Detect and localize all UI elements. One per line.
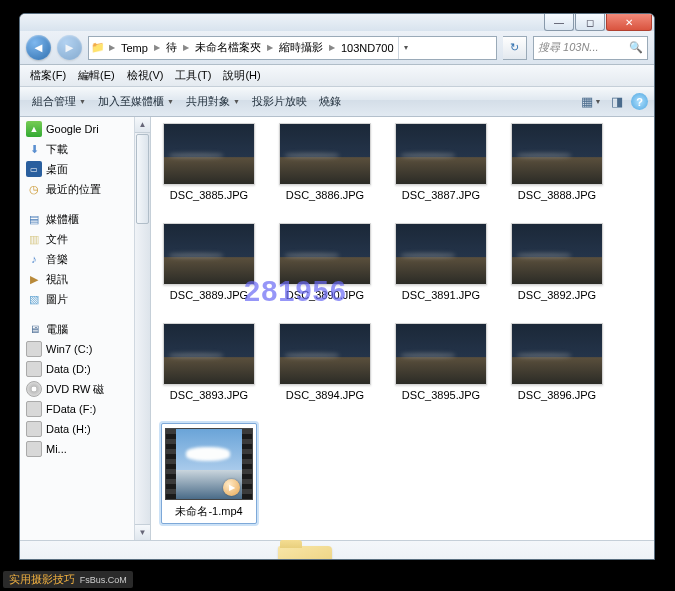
image-thumbnail — [511, 323, 603, 385]
badge-sub: FsBus.CoM — [80, 575, 127, 585]
sidebar-item-drive-last[interactable]: Mi... — [20, 439, 134, 459]
image-thumbnail — [163, 323, 255, 385]
library-icon: ▤ — [26, 211, 42, 227]
sidebar-item-drive-d[interactable]: Data (D:) — [20, 359, 134, 379]
sidebar-item-drive-f[interactable]: FData (F:) — [20, 399, 134, 419]
sidebar-item-drive-dvd[interactable]: DVD RW 磁 — [20, 379, 134, 399]
file-name: DSC_3893.JPG — [170, 389, 248, 401]
file-name: DSC_3896.JPG — [518, 389, 596, 401]
breadcrumb[interactable]: 未命名檔案夾 — [191, 37, 265, 59]
close-button[interactable]: ✕ — [606, 14, 652, 31]
search-input[interactable]: 搜尋 103N... 🔍 — [533, 36, 648, 60]
sidebar-item-recent[interactable]: ◷最近的位置 — [20, 179, 134, 199]
video-icon: ▶ — [26, 271, 42, 287]
image-thumbnail — [163, 123, 255, 185]
sidebar-group-computer[interactable]: 🖥電腦 — [20, 319, 134, 339]
scroll-down-icon[interactable]: ▼ — [135, 524, 150, 540]
sidebar-item-music[interactable]: ♪音樂 — [20, 249, 134, 269]
file-item[interactable]: DSC_3892.JPG — [509, 223, 605, 301]
sidebar: ▲Google Dri ⬇下載 ▭桌面 ◷最近的位置 ▤媒體櫃 ▥文件 ♪音樂 … — [20, 117, 135, 540]
sidebar-item-desktop[interactable]: ▭桌面 — [20, 159, 134, 179]
chevron-right-icon: ▶ — [181, 43, 191, 52]
chevron-down-icon: ▼ — [79, 98, 86, 105]
organize-button[interactable]: 組合管理▼ — [26, 91, 92, 112]
file-grid: DSC_3885.JPG DSC_3886.JPG DSC_3887.JPG D… — [151, 117, 654, 540]
breadcrumb[interactable]: 103ND700 — [337, 37, 398, 59]
menu-help[interactable]: 說明(H) — [217, 66, 266, 85]
file-item[interactable]: DSC_3894.JPG — [277, 323, 373, 401]
file-name: DSC_3885.JPG — [170, 189, 248, 201]
chevron-down-icon: ▼ — [167, 98, 174, 105]
scroll-up-icon[interactable]: ▲ — [135, 117, 150, 133]
picture-icon: ▧ — [26, 291, 42, 307]
preview-pane-button[interactable]: ◨ — [605, 91, 629, 113]
sidebar-item-drive-c[interactable]: Win7 (C:) — [20, 339, 134, 359]
address-dropdown[interactable]: ▾ — [398, 37, 414, 59]
file-item[interactable]: DSC_3886.JPG — [277, 123, 373, 201]
burn-button[interactable]: 燒錄 — [313, 91, 347, 112]
help-button[interactable]: ? — [631, 93, 648, 110]
view-options-button[interactable]: ▦▼ — [579, 91, 603, 113]
file-item[interactable]: DSC_3895.JPG — [393, 323, 489, 401]
menubar: 檔案(F) 編輯(E) 檢視(V) 工具(T) 說明(H) — [20, 65, 654, 87]
address-bar[interactable]: 📁 ▶ Temp ▶ 待 ▶ 未命名檔案夾 ▶ 縮時攝影 ▶ 103ND700 … — [88, 36, 497, 60]
file-item[interactable]: DSC_3889.JPG — [161, 223, 257, 301]
status-bar: 137 個項目 — [20, 540, 654, 560]
navbar: ◄ ► 📁 ▶ Temp ▶ 待 ▶ 未命名檔案夾 ▶ 縮時攝影 ▶ 103ND… — [20, 31, 654, 65]
source-badge: 实用摄影技巧 FsBus.CoM — [3, 571, 133, 588]
file-item[interactable]: DSC_3885.JPG — [161, 123, 257, 201]
search-icon: 🔍 — [629, 41, 643, 54]
breadcrumb[interactable]: 待 — [162, 37, 181, 59]
file-item-selected[interactable]: ▶ 未命名-1.mp4 — [161, 423, 257, 524]
file-name: DSC_3892.JPG — [518, 289, 596, 301]
file-name: DSC_3894.JPG — [286, 389, 364, 401]
sidebar-item-documents[interactable]: ▥文件 — [20, 229, 134, 249]
file-name: DSC_3889.JPG — [170, 289, 248, 301]
computer-icon: 🖥 — [26, 321, 42, 337]
file-name: DSC_3895.JPG — [402, 389, 480, 401]
refresh-button[interactable]: ↻ — [503, 36, 527, 60]
chevron-right-icon: ▶ — [265, 43, 275, 52]
slideshow-button[interactable]: 投影片放映 — [246, 91, 313, 112]
file-name: DSC_3891.JPG — [402, 289, 480, 301]
image-thumbnail — [279, 323, 371, 385]
file-item[interactable]: DSC_3888.JPG — [509, 123, 605, 201]
share-button[interactable]: 共用對象▼ — [180, 91, 246, 112]
play-icon: ▶ — [223, 479, 240, 496]
minimize-button[interactable]: — — [544, 14, 574, 31]
document-icon: ▥ — [26, 231, 42, 247]
folder-icon: 📁 — [89, 41, 107, 54]
forward-button[interactable]: ► — [57, 35, 82, 60]
menu-edit[interactable]: 編輯(E) — [72, 66, 121, 85]
breadcrumb[interactable]: 縮時攝影 — [275, 37, 327, 59]
file-item[interactable]: DSC_3887.JPG — [393, 123, 489, 201]
status-count: 137 個項目 — [592, 558, 646, 560]
sidebar-scrollbar[interactable]: ▲ ▼ — [135, 117, 151, 540]
include-button[interactable]: 加入至媒體櫃▼ — [92, 91, 180, 112]
back-button[interactable]: ◄ — [26, 35, 51, 60]
chevron-right-icon: ▶ — [327, 43, 337, 52]
scroll-thumb[interactable] — [136, 134, 149, 224]
file-item[interactable]: DSC_3893.JPG — [161, 323, 257, 401]
breadcrumb[interactable]: Temp — [117, 37, 152, 59]
sidebar-item-pictures[interactable]: ▧圖片 — [20, 289, 134, 309]
maximize-button[interactable]: ◻ — [575, 14, 605, 31]
sidebar-item-videos[interactable]: ▶視訊 — [20, 269, 134, 289]
file-name: DSC_3887.JPG — [402, 189, 480, 201]
file-item[interactable]: DSC_3896.JPG — [509, 323, 605, 401]
image-thumbnail — [163, 223, 255, 285]
drive-icon — [26, 361, 42, 377]
menu-view[interactable]: 檢視(V) — [121, 66, 170, 85]
file-item[interactable]: DSC_3891.JPG — [393, 223, 489, 301]
menu-file[interactable]: 檔案(F) — [24, 66, 72, 85]
sidebar-item-drive-h[interactable]: Data (H:) — [20, 419, 134, 439]
image-thumbnail — [279, 123, 371, 185]
sidebar-item-downloads[interactable]: ⬇下載 — [20, 139, 134, 159]
drive-icon — [26, 421, 42, 437]
chevron-right-icon: ▶ — [107, 43, 117, 52]
sidebar-group-libraries[interactable]: ▤媒體櫃 — [20, 209, 134, 229]
chevron-right-icon: ▶ — [152, 43, 162, 52]
menu-tools[interactable]: 工具(T) — [169, 66, 217, 85]
sidebar-item-gdrive[interactable]: ▲Google Dri — [20, 119, 134, 139]
recent-icon: ◷ — [26, 181, 42, 197]
